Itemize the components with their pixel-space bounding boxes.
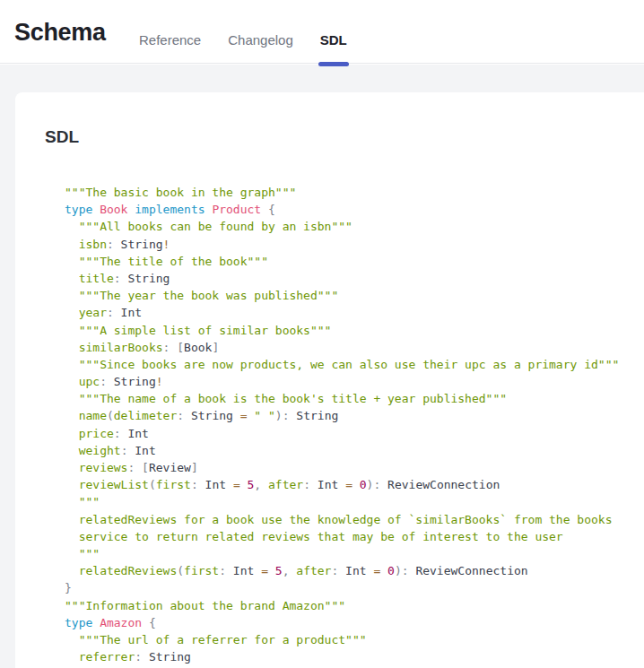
active-tab-indicator [318, 62, 349, 66]
code-line: """The name of a book is the book's titl… [65, 390, 644, 407]
code-line: """All books can be found by an isbn""" [65, 218, 644, 235]
tab-sdl[interactable]: SDL [320, 32, 347, 48]
tab-changelog[interactable]: Changelog [228, 32, 293, 48]
page-header: Schema Reference Changelog SDL [0, 0, 644, 64]
code-line: """The title of the book""" [65, 253, 644, 270]
code-line: year: Int [65, 304, 644, 321]
code-line: isbn: String! [65, 236, 644, 253]
tab-sdl-label: SDL [320, 32, 347, 48]
code-line: """ [65, 493, 644, 510]
code-line: """The basic book in the graph""" [65, 184, 644, 201]
code-line: name(delimeter: String = " "): String [65, 407, 644, 424]
code-line: similarBooks: [Book] [65, 339, 644, 356]
tab-reference[interactable]: Reference [139, 32, 201, 48]
code-line: reviewList(first: Int = 5, after: Int = … [65, 476, 644, 493]
code-line: """ [65, 545, 644, 562]
code-line: price: Int [65, 425, 644, 442]
sdl-code-block: """The basic book in the graph"""type Bo… [65, 184, 644, 668]
code-line: relatedReviews for a book use the knowle… [65, 511, 644, 528]
code-line: reviews: [Review] [65, 459, 644, 476]
code-line: } [65, 579, 644, 596]
code-line: """Information about the brand Amazon""" [65, 597, 644, 614]
sdl-heading: SDL [45, 127, 644, 147]
code-line: relatedReviews(first: Int = 5, after: In… [65, 562, 644, 579]
code-line: upc: String! [65, 373, 644, 390]
code-line: """Since books are now products, we can … [65, 356, 644, 373]
code-line: """A simple list of similar books""" [65, 322, 644, 339]
sdl-card: SDL """The basic book in the graph"""typ… [15, 92, 644, 668]
code-line: referrer: String [65, 648, 644, 665]
code-line: """The url of a referrer for a product""… [65, 631, 644, 648]
code-line: title: String [65, 270, 644, 287]
code-line: type Book implements Product { [65, 201, 644, 218]
code-line: service to return related reviews that m… [65, 528, 644, 545]
code-line: weight: Int [65, 442, 644, 459]
code-line: """The year the book was published""" [65, 287, 644, 304]
content-area: SDL """The basic book in the graph"""typ… [0, 65, 644, 668]
tab-bar: Reference Changelog SDL [139, 32, 347, 48]
page-title: Schema [14, 19, 106, 47]
code-line: type Amazon { [65, 614, 644, 631]
